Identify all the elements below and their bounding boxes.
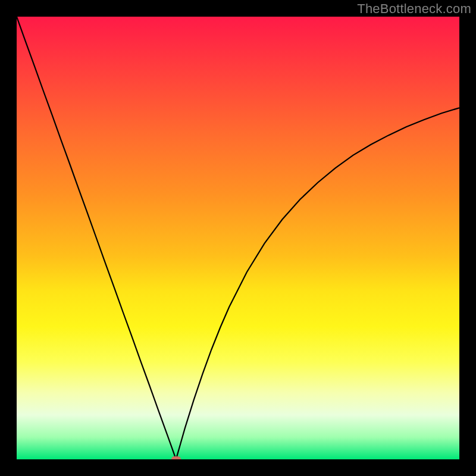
plot-area [17, 17, 459, 459]
curve-path [17, 17, 459, 459]
optimum-marker [171, 456, 181, 459]
chart-frame: TheBottleneck.com [0, 0, 476, 476]
bottleneck-curve [17, 17, 459, 459]
watermark-text: TheBottleneck.com [357, 1, 471, 17]
